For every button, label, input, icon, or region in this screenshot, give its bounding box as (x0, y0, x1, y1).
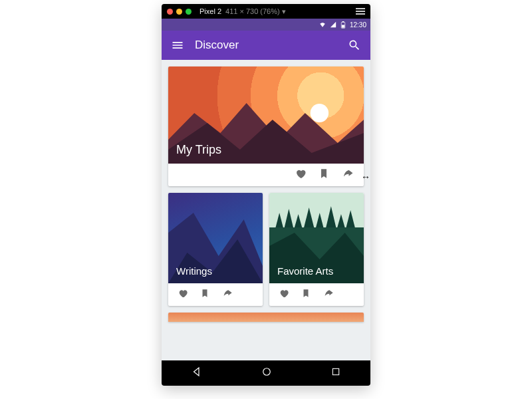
search-icon[interactable] (345, 36, 364, 55)
card-title: My Trips (176, 143, 221, 157)
close-dot-icon[interactable] (167, 9, 173, 15)
window-controls (167, 9, 192, 15)
svg-point-3 (311, 104, 329, 122)
card-image: Favorite Arts (269, 193, 364, 283)
card-actions (269, 283, 364, 306)
recents-icon[interactable] (331, 366, 341, 380)
card-actions (168, 283, 263, 306)
wifi-icon (319, 21, 326, 28)
card-peek[interactable] (168, 313, 364, 322)
card-title: Favorite Arts (277, 265, 333, 277)
card-title: Writings (176, 265, 212, 277)
bookmark-icon[interactable] (301, 288, 311, 301)
card-my-trips[interactable]: My Trips (168, 66, 364, 186)
svg-rect-1 (342, 21, 344, 22)
status-bar: 12:30 (162, 19, 370, 31)
device-label[interactable]: Pixel 2 (200, 7, 221, 15)
status-time: 12:30 (350, 21, 366, 29)
share-icon[interactable] (323, 288, 334, 301)
home-icon[interactable] (261, 366, 273, 380)
bookmark-icon[interactable] (319, 168, 329, 182)
minimize-dot-icon[interactable] (176, 9, 182, 15)
device-dimensions[interactable]: 411 × 730 (76%) ▾ (225, 7, 286, 16)
devtools-menu-icon[interactable] (356, 8, 365, 15)
back-icon[interactable] (191, 366, 203, 380)
card-writings[interactable]: Writings (168, 193, 263, 306)
resize-cursor-icon[interactable]: ↔ (361, 172, 370, 182)
card-favorite-arts[interactable]: Favorite Arts (269, 193, 364, 306)
canvas: Pixel 2 411 × 730 (76%) ▾ 12:30 Discover (0, 0, 532, 399)
android-nav-bar (162, 360, 370, 386)
card-image: My Trips (168, 66, 364, 164)
svg-rect-5 (333, 368, 339, 374)
page-title: Discover (195, 39, 337, 52)
battery-icon (340, 21, 346, 29)
heart-icon[interactable] (279, 288, 289, 301)
signal-icon (330, 21, 336, 28)
bookmark-icon[interactable] (200, 288, 209, 301)
content-scroll[interactable]: My Trips Writings (162, 60, 370, 360)
share-icon[interactable] (221, 288, 233, 301)
zoom-dot-icon[interactable] (186, 9, 192, 15)
app-bar: Discover (162, 31, 370, 60)
share-icon[interactable] (341, 168, 354, 182)
card-image: Writings (168, 193, 263, 283)
device-frame: Pixel 2 411 × 730 (76%) ▾ 12:30 Discover (162, 4, 370, 386)
heart-icon[interactable] (178, 288, 188, 301)
card-row: Writings (168, 193, 364, 306)
svg-rect-2 (342, 25, 344, 27)
hamburger-menu-icon[interactable] (168, 36, 187, 55)
svg-point-4 (263, 368, 271, 376)
card-actions (168, 164, 364, 186)
devtools-bar: Pixel 2 411 × 730 (76%) ▾ (162, 4, 370, 19)
heart-icon[interactable] (295, 168, 307, 182)
